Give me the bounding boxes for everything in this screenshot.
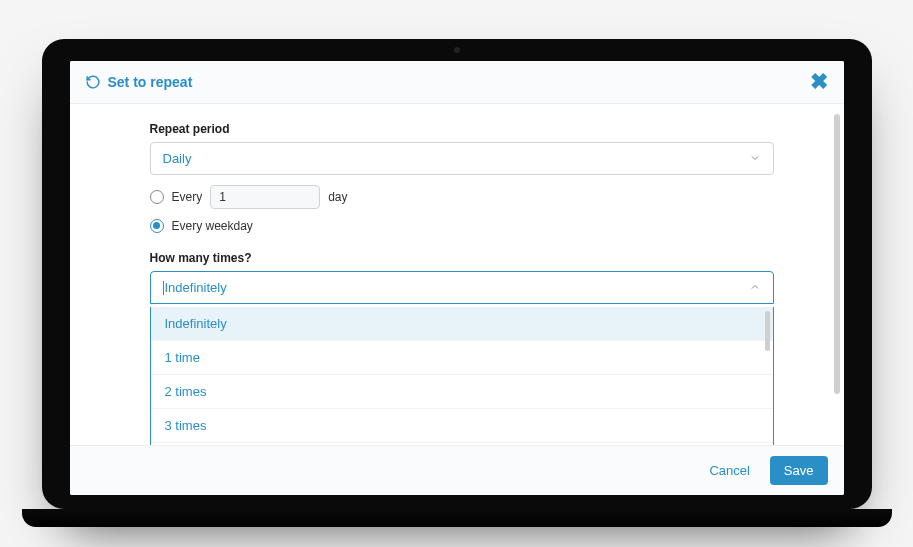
count-value: Indefinitely [163,280,227,296]
count-option-3[interactable]: 3 times [151,409,773,443]
camera-dot [454,47,460,53]
interval-input[interactable] [210,185,320,209]
chevron-up-icon [749,281,761,293]
count-input[interactable]: Indefinitely [150,271,774,305]
every-label: Every [172,190,203,204]
close-icon[interactable]: ✖ [810,71,828,93]
period-label: Repeat period [150,122,774,136]
weekday-label: Every weekday [172,219,253,233]
count-dropdown-list: Indefinitely 1 time 2 times 3 times 4 ti… [150,307,774,445]
modal-body: Repeat period Daily Every day Every week… [70,104,844,445]
count-label: How many times? [150,251,774,265]
count-option-1[interactable]: 1 time [151,341,773,375]
count-option-2[interactable]: 2 times [151,375,773,409]
repeat-modal: Set to repeat ✖ Repeat period Daily Ever… [70,61,844,495]
radio-every-weekday[interactable] [150,219,164,233]
dropdown-scrollbar[interactable] [765,311,770,351]
laptop-frame: Set to repeat ✖ Repeat period Daily Ever… [42,39,872,509]
modal-title: Set to repeat [108,74,193,90]
chevron-down-icon [749,152,761,164]
modal-footer: Cancel Save [70,445,844,495]
laptop-base [22,509,892,527]
modal-title-group: Set to repeat [86,74,193,90]
modal-header: Set to repeat ✖ [70,61,844,104]
count-option-indefinitely[interactable]: Indefinitely [151,307,773,341]
every-weekday-row: Every weekday [150,219,774,233]
interval-unit: day [328,190,347,204]
save-button[interactable]: Save [770,456,828,485]
body-scrollbar[interactable] [834,114,840,435]
screen: Set to repeat ✖ Repeat period Daily Ever… [70,61,844,495]
count-dropdown[interactable]: Indefinitely Indefinitely 1 time 2 times… [150,271,774,305]
cancel-button[interactable]: Cancel [699,457,759,484]
period-select[interactable]: Daily [150,142,774,175]
count-option-4[interactable]: 4 times [151,443,773,445]
radio-every-interval[interactable] [150,190,164,204]
period-value: Daily [163,151,192,166]
every-interval-row: Every day [150,185,774,209]
repeat-icon [86,75,100,89]
